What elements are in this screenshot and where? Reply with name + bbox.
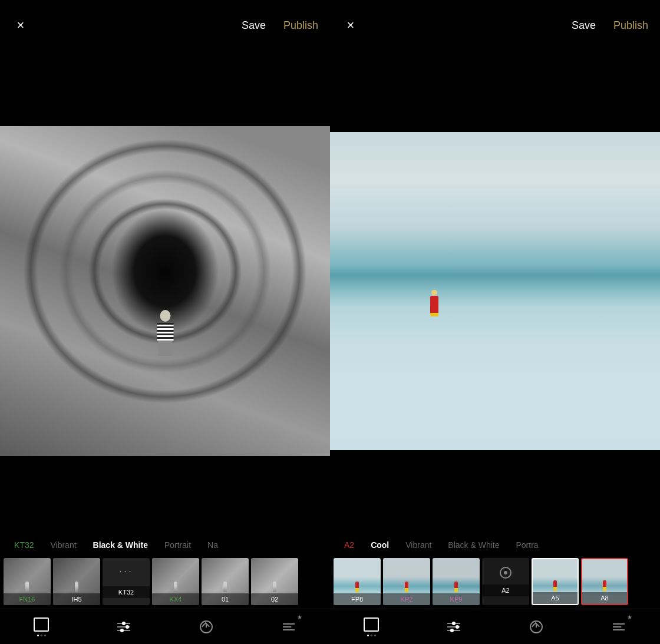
right-history-tool[interactable] (524, 615, 548, 639)
left-cat-portrait[interactable]: Portrait (156, 536, 199, 554)
export-line-3 (283, 629, 295, 630)
left-save-button[interactable]: Save (242, 19, 266, 32)
filter-label-fn16: FN16 (4, 593, 51, 605)
slider-line-1 (447, 623, 460, 624)
thumb-figure (25, 582, 29, 592)
export-line-1 (283, 623, 295, 625)
filter-thumb-ih5[interactable]: IH5 (53, 558, 100, 605)
right-cat-bw[interactable]: Black & White (440, 536, 507, 554)
filter-label-a2: A2 (482, 584, 529, 596)
right-filter-thumbnails: FP8 KP2 KP9 A2 A5 A8 (330, 554, 660, 609)
left-cat-bw[interactable]: Black & White (85, 536, 156, 554)
frame-dot-2 (41, 635, 42, 636)
left-cat-kt32[interactable]: KT32 (6, 536, 42, 554)
right-header-actions: Save Publish (572, 19, 648, 32)
child-figure-body (155, 310, 176, 357)
left-photo-area (0, 51, 330, 531)
filter-label-ih5: IH5 (53, 593, 100, 605)
export-star-icon: ★ (627, 614, 632, 620)
thumb-figure (454, 582, 458, 592)
export-line-1 (613, 623, 625, 625)
right-frame-tool[interactable] (359, 615, 383, 639)
left-photo-image (0, 126, 330, 456)
filter-label-01: 01 (202, 593, 249, 605)
filter-thumb-02[interactable]: 02 (251, 558, 298, 605)
right-publish-button[interactable]: Publish (613, 19, 648, 32)
export-line-3 (613, 629, 625, 630)
right-filter-categories: A2 Cool Vibrant Black & White Portra (330, 536, 660, 554)
export-line-2 (613, 626, 621, 628)
left-filter-area: KT32 Vibrant Black & White Portrait Na F… (0, 531, 330, 609)
frame-dot-2 (371, 635, 372, 636)
frame-dot-1 (367, 635, 369, 636)
frame-dot-3 (374, 635, 376, 636)
left-photo (0, 126, 330, 456)
right-sliders-tool[interactable] (442, 615, 466, 639)
filter-label-kt32: KT32 (103, 586, 150, 598)
filter-thumb-a2[interactable]: A2 (482, 558, 529, 605)
filter-thumb-kp9[interactable]: KP9 (433, 558, 480, 605)
frame-dot-1 (37, 635, 39, 636)
slider-line-3 (447, 630, 460, 631)
left-history-tool[interactable] (194, 615, 218, 639)
right-photo (330, 132, 660, 450)
history-icon (530, 620, 543, 633)
right-bottom-toolbar: ★ (330, 609, 660, 644)
left-frame-tool[interactable] (29, 615, 53, 639)
filter-thumb-a8[interactable]: A8 (581, 558, 628, 605)
thumb-figure (174, 582, 177, 592)
export-line-2 (283, 626, 291, 628)
filter-thumb-fn16[interactable]: FN16 (4, 558, 51, 605)
filter-label-fp8: FP8 (334, 593, 381, 605)
frame-dots (367, 635, 376, 636)
history-hand (536, 624, 537, 628)
export-icon (613, 623, 625, 630)
left-cat-na[interactable]: Na (199, 536, 226, 554)
left-publish-button[interactable]: Publish (283, 19, 318, 32)
right-cat-cool[interactable]: Cool (362, 536, 397, 554)
history-hand (206, 624, 207, 628)
filter-label-kx4: KX4 (152, 593, 199, 605)
bc-boots (430, 313, 438, 316)
filter-thumb-a5[interactable]: A5 (532, 558, 579, 605)
export-star-icon: ★ (297, 614, 302, 620)
left-header-actions: Save Publish (242, 19, 318, 32)
thumb-figure (355, 582, 359, 592)
right-filter-area: A2 Cool Vibrant Black & White Portra FP8… (330, 531, 660, 609)
frame-dot-3 (44, 635, 46, 636)
filter-thumb-01[interactable]: 01 (202, 558, 249, 605)
sliders-icon (447, 623, 460, 631)
slider-line-1 (117, 623, 130, 624)
right-header: × Save Publish (330, 0, 660, 51)
bc-legs (430, 306, 438, 313)
frame-icon (364, 617, 379, 632)
circle-dot-icon (500, 567, 512, 579)
child-shirt (157, 323, 173, 341)
beach-child-figure (429, 290, 440, 316)
right-export-tool[interactable]: ★ (607, 615, 631, 639)
right-cat-portrait[interactable]: Portra (507, 536, 546, 554)
beach-child-body (429, 290, 440, 316)
left-export-tool[interactable]: ★ (277, 615, 301, 639)
frame-dots (37, 635, 46, 636)
right-close-button[interactable]: × (342, 16, 359, 34)
filter-thumb-fp8[interactable]: FP8 (334, 558, 381, 605)
left-panel: × Save Publish KT32 Vibrant Black & Whit… (0, 0, 330, 644)
left-bottom-toolbar: ★ (0, 609, 330, 644)
filter-thumb-kt32[interactable]: ··· KT32 (103, 558, 150, 605)
filter-label-kp9: KP9 (433, 593, 480, 605)
left-sliders-tool[interactable] (112, 615, 136, 639)
filter-thumb-kp2[interactable]: KP2 (383, 558, 430, 605)
right-save-button[interactable]: Save (572, 19, 596, 32)
left-close-button[interactable]: × (12, 16, 29, 34)
sliders-icon (117, 623, 130, 631)
right-cat-a2[interactable]: A2 (336, 536, 362, 554)
right-cat-vibrant[interactable]: Vibrant (397, 536, 440, 554)
history-icon (200, 620, 213, 633)
slider-line-2 (117, 626, 130, 628)
left-filter-thumbnails: FN16 IH5 ··· KT32 KX4 01 02 (0, 554, 330, 609)
bc-head (431, 290, 437, 295)
left-photo-subject (155, 310, 176, 357)
left-cat-vibrant[interactable]: Vibrant (42, 536, 84, 554)
filter-thumb-kx4[interactable]: KX4 (152, 558, 199, 605)
